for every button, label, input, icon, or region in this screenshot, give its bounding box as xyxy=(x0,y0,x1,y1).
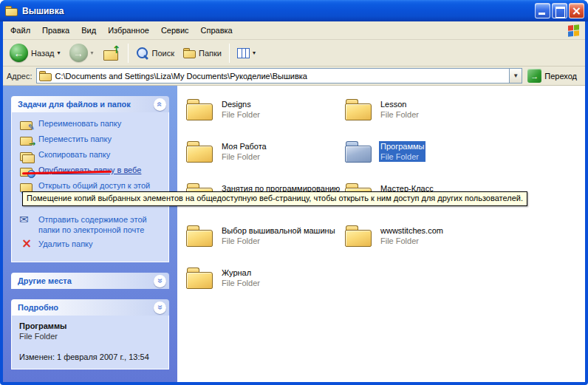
back-arrow-icon: ← xyxy=(10,44,28,62)
folder-icon xyxy=(345,98,373,121)
other-places-header[interactable]: Другие места xyxy=(11,273,169,289)
folder-icon xyxy=(186,266,214,290)
window-title: Вышивка xyxy=(22,6,64,16)
mail-icon xyxy=(19,214,34,226)
tasks-panel-title: Задачи для файлов и папок xyxy=(18,100,131,109)
forward-dropdown-icon: ▾ xyxy=(91,50,94,56)
details-item-type: File Folder xyxy=(19,332,164,341)
toolbar: ← Назад ▾ → ▾ Поиск Папки xyxy=(3,40,585,67)
menu-item[interactable]: Справка xyxy=(195,24,239,37)
tooltip: Помещение копий выбранных элементов на о… xyxy=(22,191,527,206)
task-item[interactable]: Скопировать папку xyxy=(19,149,164,161)
back-button[interactable]: ← Назад ▾ xyxy=(6,41,64,64)
delete-icon xyxy=(19,239,34,251)
copy-icon xyxy=(19,149,34,161)
folder-icon xyxy=(345,224,373,248)
minimize-button[interactable] xyxy=(535,3,550,18)
views-icon xyxy=(237,48,250,58)
explorer-window: Вышивка ФайлПравкаВидИзбранноеСервисСпра… xyxy=(0,0,588,385)
search-icon xyxy=(136,47,149,60)
menu-item[interactable]: Сервис xyxy=(155,24,195,37)
folder-icon xyxy=(186,98,214,121)
publish-icon xyxy=(19,165,34,177)
file-item[interactable]: Lesson File Folder xyxy=(345,98,504,140)
task-item[interactable]: Переместить папку xyxy=(19,134,164,146)
go-arrow-icon: → xyxy=(527,69,541,83)
window-folder-icon xyxy=(5,6,18,16)
collapse-chevron-icon xyxy=(154,98,166,111)
address-path: C:\Documents and Settings\Liza\My Docume… xyxy=(55,72,307,81)
file-item[interactable]: Моя Работа File Folder xyxy=(186,140,345,182)
file-item[interactable]: Журнал File Folder xyxy=(186,266,345,308)
task-item[interactable]: Отправить содержимое этой папки по элект… xyxy=(19,214,164,235)
file-list-area: Designs File Folder Lesson File Folder xyxy=(177,86,585,382)
windows-logo-icon xyxy=(568,24,579,36)
details-panel: Подробно Программы File Folder Изменен: … xyxy=(11,299,169,369)
folders-icon xyxy=(183,48,196,58)
views-button[interactable]: ▾ xyxy=(233,46,259,61)
window-controls xyxy=(535,3,584,18)
task-item[interactable]: Переименовать папку xyxy=(19,118,164,130)
folders-button[interactable]: Папки xyxy=(180,46,225,61)
folder-icon xyxy=(186,140,214,163)
details-item-modified: Изменен: 1 февраля 2007 г., 13:54 xyxy=(19,352,164,361)
task-item[interactable]: Открыть общий доступ к этой xyxy=(19,180,164,192)
details-title: Подробно xyxy=(18,303,58,312)
other-places-title: Другие места xyxy=(18,276,72,285)
rename-icon xyxy=(19,118,34,130)
views-dropdown-icon[interactable]: ▾ xyxy=(253,50,256,56)
folder-icon xyxy=(186,224,214,248)
search-button[interactable]: Поиск xyxy=(132,44,178,62)
address-dropdown-button[interactable]: ▼ xyxy=(509,69,522,83)
details-header[interactable]: Подробно xyxy=(11,299,169,316)
back-label: Назад xyxy=(31,49,55,58)
file-item[interactable]: wwwstitches.com File Folder xyxy=(345,224,504,266)
folder-icon xyxy=(345,140,373,163)
address-bar: Адрес: C:\Documents and Settings\Liza\My… xyxy=(3,67,585,86)
go-button[interactable]: → Переход xyxy=(526,69,581,83)
content-area: Задачи для файлов и папок Переименовать … xyxy=(3,86,585,382)
menu-item[interactable]: Вид xyxy=(75,24,102,37)
address-input[interactable]: C:\Documents and Settings\Liza\My Docume… xyxy=(36,68,523,84)
folder-up-icon xyxy=(103,46,120,61)
details-item-name: Программы xyxy=(19,321,164,330)
toolbar-separator xyxy=(229,44,230,63)
menu-item[interactable]: Файл xyxy=(4,24,36,37)
task-item[interactable]: Удалить папку xyxy=(19,239,164,251)
title-bar: Вышивка xyxy=(0,0,588,21)
file-item[interactable]: Designs File Folder xyxy=(186,98,345,140)
forward-arrow-icon: → xyxy=(69,44,88,62)
expand-chevron-icon xyxy=(154,301,166,314)
search-label: Поиск xyxy=(152,49,174,58)
expand-chevron-icon xyxy=(154,275,166,287)
file-item[interactable]: Выбор вышивальной машины File Folder xyxy=(186,224,345,266)
menu-bar: ФайлПравкаВидИзбранноеСервисСправка xyxy=(3,21,585,40)
share-icon xyxy=(19,180,34,192)
tasks-panel-header[interactable]: Задачи для файлов и папок xyxy=(11,96,169,112)
up-button[interactable] xyxy=(99,44,124,63)
details-body: Программы File Folder Изменен: 1 февраля… xyxy=(11,316,169,369)
menu-item[interactable]: Избранное xyxy=(102,24,155,37)
address-folder-icon xyxy=(39,71,52,81)
forward-button[interactable]: → ▾ xyxy=(66,41,98,64)
toolbar-separator xyxy=(128,44,129,63)
folders-label: Папки xyxy=(199,49,222,58)
file-item[interactable]: Программы File Folder xyxy=(345,140,504,182)
close-button[interactable] xyxy=(569,3,584,18)
menu-item[interactable]: Правка xyxy=(36,24,75,37)
task-pane: Задачи для файлов и папок Переименовать … xyxy=(3,86,177,382)
other-places-panel: Другие места xyxy=(11,273,169,289)
address-label: Адрес: xyxy=(7,72,33,81)
go-label: Переход xyxy=(544,72,577,81)
tasks-panel-body: Переименовать папку Переместить папку Ск… xyxy=(11,112,169,262)
tasks-panel: Задачи для файлов и папок Переименовать … xyxy=(11,96,169,262)
back-dropdown-icon[interactable]: ▾ xyxy=(58,50,61,56)
move-icon xyxy=(19,134,34,146)
maximize-button[interactable] xyxy=(552,3,567,18)
